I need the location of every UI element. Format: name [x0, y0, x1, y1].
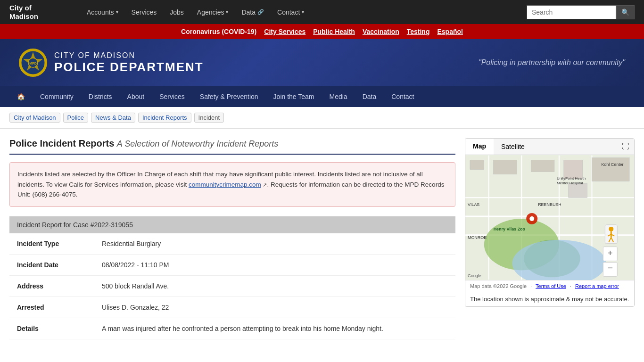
nav-agencies[interactable]: Agencies ▾ — [190, 8, 235, 16]
dept-header: MPD CITY OF MADISON POLICE DEPARTMENT "P… — [0, 39, 644, 86]
breadcrumb-incident-reports[interactable]: Incident Reports — [138, 113, 191, 123]
map-terms-link[interactable]: Terms of Use — [536, 283, 566, 289]
breadcrumb-police[interactable]: Police — [63, 113, 88, 123]
police-nav-join-team[interactable]: Join the Team — [266, 86, 322, 107]
svg-text:Google: Google — [468, 273, 481, 278]
map-footer: Map data ©2022 Google · Terms of Use · R… — [465, 280, 634, 292]
nav-data[interactable]: Data 🔗 — [235, 8, 271, 16]
table-row: Incident Type Residential Burglary — [9, 233, 455, 255]
nav-services[interactable]: Services — [125, 8, 164, 16]
table-row: Incident Date 08/08/2022 - 11:10 PM — [9, 254, 455, 275]
fullscreen-icon[interactable]: ⛶ — [617, 140, 634, 154]
breadcrumb: City of Madison Police News & Data Incid… — [0, 107, 644, 129]
covid-banner: Coronavirus (COVID-19) City Services Pub… — [0, 24, 644, 39]
field-label: Address — [9, 275, 94, 296]
field-label: Incident Date — [9, 254, 94, 275]
police-nav-community[interactable]: Community — [33, 86, 81, 107]
field-value: 08/08/2022 - 11:10 PM — [94, 254, 455, 275]
incident-report-header: Incident Report for Case #2022-319055 — [9, 216, 455, 233]
police-nav-contact[interactable]: Contact — [384, 86, 421, 107]
dept-city-name: CITY OF MADISON — [54, 51, 204, 60]
field-value: A man was injured after he confronted a … — [94, 318, 455, 339]
field-value: Ulises D. Gonzalez, 22 — [94, 296, 455, 318]
svg-text:MPD: MPD — [29, 62, 37, 65]
covid-link-public-health[interactable]: Public Health — [313, 28, 355, 35]
top-nav-links: Accounts ▾ Services Jobs Agencies ▾ Data… — [80, 8, 527, 16]
svg-rect-20 — [569, 183, 587, 197]
map-container: Map Satellite ⛶ — [465, 138, 635, 307]
map-caption: The location shown is approximate & may … — [465, 292, 634, 306]
svg-point-31 — [609, 227, 613, 231]
svg-text:MONROE: MONROE — [468, 235, 487, 240]
svg-point-29 — [529, 216, 534, 221]
dropdown-arrow: ▾ — [302, 9, 304, 15]
search-button[interactable]: 🔍 — [616, 5, 635, 19]
external-link-icon: 🔗 — [257, 9, 264, 15]
search-input[interactable] — [527, 5, 616, 19]
main-content: Police Incident Reports A Selection of N… — [0, 129, 644, 358]
breadcrumb-current: Incident — [194, 113, 224, 123]
info-box: Incidents listed are selected by the Off… — [9, 162, 455, 207]
page-title-italic: A Selection of Noteworthy Incident Repor… — [117, 139, 279, 148]
police-nav-data[interactable]: Data — [355, 86, 384, 107]
police-nav-services[interactable]: Services — [152, 86, 192, 107]
svg-rect-19 — [592, 158, 630, 181]
police-navigation: 🏠 Community Districts About Services Saf… — [0, 86, 644, 107]
police-nav-about[interactable]: About — [120, 86, 152, 107]
field-label: Incident Type — [9, 233, 94, 255]
breadcrumb-news-data[interactable]: News & Data — [91, 113, 135, 123]
covid-link-vaccination[interactable]: Vaccination — [363, 28, 399, 35]
dept-tagline: "Policing in partnership with our commun… — [479, 58, 625, 67]
map-tabs: Map Satellite ⛶ — [465, 139, 634, 155]
field-label: Details — [9, 318, 94, 339]
dept-name-block: CITY OF MADISON POLICE DEPARTMENT — [54, 51, 204, 74]
table-row: Arrested Ulises D. Gonzalez, 22 — [9, 296, 455, 318]
svg-text:VILAS: VILAS — [468, 202, 479, 207]
map-tab-map[interactable]: Map — [465, 139, 494, 155]
svg-text:+: + — [608, 248, 612, 258]
police-nav-safety-prevention[interactable]: Safety & Prevention — [192, 86, 266, 107]
nav-accounts[interactable]: Accounts ▾ — [80, 8, 125, 16]
map-data-credit: Map data ©2022 Google — [470, 283, 527, 289]
police-nav-home[interactable]: 🏠 — [9, 86, 33, 107]
svg-text:−: − — [607, 263, 613, 273]
site-brand[interactable]: City of Madison — [9, 4, 66, 21]
covid-link-city-services[interactable]: City Services — [264, 28, 305, 35]
svg-rect-16 — [494, 160, 517, 174]
map-panel: Map Satellite ⛶ — [465, 138, 635, 349]
map-separator: · — [570, 283, 571, 289]
dept-badge: MPD — [19, 49, 47, 77]
field-value: 500 block Randall Ave. — [94, 275, 455, 296]
svg-rect-15 — [470, 160, 484, 170]
page-title-bold: Police Incident Reports — [9, 138, 114, 148]
svg-rect-17 — [531, 160, 554, 172]
svg-text:UnityPoint Health: UnityPoint Health — [557, 176, 586, 181]
svg-text:Kohl Center: Kohl Center — [601, 162, 623, 167]
breadcrumb-city[interactable]: City of Madison — [9, 113, 60, 123]
content-left: Police Incident Reports A Selection of N… — [9, 138, 455, 349]
police-nav-media[interactable]: Media — [322, 86, 355, 107]
map-separator: · — [530, 283, 532, 289]
field-label: Arrested — [9, 296, 94, 318]
dropdown-arrow: ▾ — [226, 9, 228, 15]
info-link[interactable]: communitycrimemap.com — [189, 181, 261, 188]
police-nav-districts[interactable]: Districts — [81, 86, 120, 107]
map-report-link[interactable]: Report a map error — [575, 283, 619, 289]
table-row: Details A man was injured after he confr… — [9, 318, 455, 339]
map-svg: Kohl Center UnityPoint Health Meriter Ho… — [465, 155, 634, 280]
svg-text:Henry Vilas Zoo: Henry Vilas Zoo — [494, 227, 526, 231]
nav-jobs[interactable]: Jobs — [163, 8, 190, 16]
top-navigation: City of Madison Accounts ▾ Services Jobs… — [0, 0, 644, 24]
map-visual[interactable]: Kohl Center UnityPoint Health Meriter Ho… — [465, 155, 634, 280]
dept-logo: MPD CITY OF MADISON POLICE DEPARTMENT — [19, 49, 204, 77]
svg-text:REENBUSH: REENBUSH — [538, 202, 561, 207]
map-tab-satellite[interactable]: Satellite — [494, 139, 532, 154]
dept-main-name: POLICE DEPARTMENT — [54, 60, 204, 74]
page-title: Police Incident Reports A Selection of N… — [9, 138, 455, 155]
svg-text:Meriter Hospital: Meriter Hospital — [557, 181, 583, 185]
covid-link-testing[interactable]: Testing — [407, 28, 430, 35]
covid-link-espanol[interactable]: Español — [437, 28, 462, 35]
dropdown-arrow: ▾ — [116, 9, 118, 15]
nav-contact[interactable]: Contact ▾ — [271, 8, 311, 16]
field-value: Residential Burglary — [94, 233, 455, 255]
